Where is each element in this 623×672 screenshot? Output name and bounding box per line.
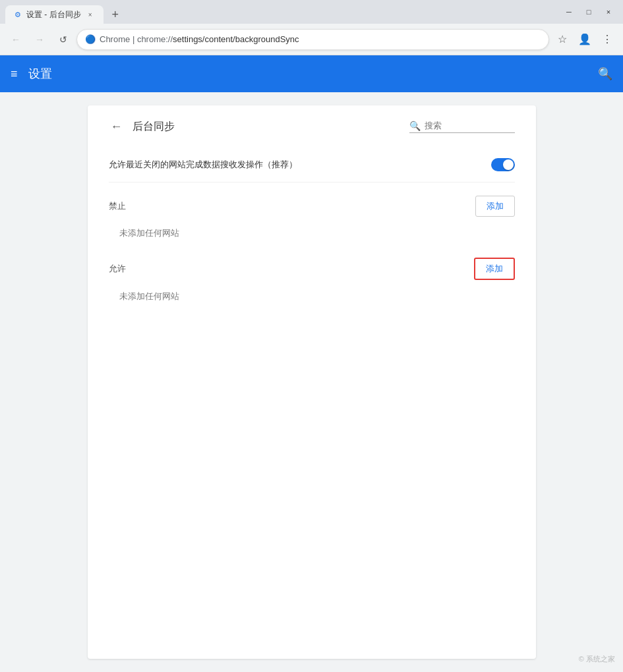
toggle-row: 允许最近关闭的网站完成数据搜收发操作（推荐） xyxy=(109,148,515,182)
settings-header: ≡ 设置 🔍 xyxy=(0,55,623,92)
allow-empty-text: 未添加任何网站 xyxy=(119,285,515,308)
block-section: 禁止 添加 未添加任何网站 xyxy=(109,196,515,244)
panel-search-input[interactable] xyxy=(425,121,504,130)
chrome-brand: Chrome xyxy=(100,34,130,44)
tab-strip: ⚙ 设置 - 后台同步 × + xyxy=(5,0,560,24)
tab-close-button[interactable]: × xyxy=(85,9,96,20)
minimize-button[interactable]: ─ xyxy=(560,5,578,19)
url-path: settings/content/backgroundSync xyxy=(173,34,299,44)
allow-section: 允许 添加 未添加任何网站 xyxy=(109,258,515,308)
toolbar-right: ☆ 👤 ⋮ xyxy=(552,29,618,50)
settings-title: 设置 xyxy=(28,66,52,82)
url-scheme: chrome:// xyxy=(137,34,173,44)
account-button[interactable]: 👤 xyxy=(574,29,595,50)
menu-button[interactable]: ⋮ xyxy=(597,29,618,50)
background-sync-toggle[interactable] xyxy=(491,158,515,171)
security-icon: 🔵 xyxy=(85,34,96,44)
allow-label: 允许 xyxy=(109,263,126,275)
tab-favicon-icon: ⚙ xyxy=(13,10,22,19)
reload-button[interactable]: ↺ xyxy=(53,29,74,50)
forward-button[interactable]: → xyxy=(29,29,50,50)
toggle-label: 允许最近关闭的网站完成数据搜收发操作（推荐） xyxy=(109,159,483,171)
panel-search-icon: 🔍 xyxy=(409,121,421,131)
active-tab[interactable]: ⚙ 设置 - 后台同步 × xyxy=(5,5,104,24)
settings-panel: ← 后台同步 🔍 允许最近关闭的网站完成数据搜收发操作（推荐） 禁止 添加 未添… xyxy=(88,105,536,659)
panel-search-box[interactable]: 🔍 xyxy=(409,121,515,133)
allow-add-button[interactable]: 添加 xyxy=(474,258,515,280)
panel-title: 后台同步 xyxy=(133,120,175,134)
block-section-header: 禁止 添加 xyxy=(109,196,515,217)
panel-back-button[interactable]: ← xyxy=(109,119,125,134)
back-button[interactable]: ← xyxy=(5,29,26,50)
watermark: © 系统之家 xyxy=(579,654,615,664)
omnibox-url: Chrome | chrome://settings/content/backg… xyxy=(100,34,541,44)
url-separator: | xyxy=(133,34,137,44)
hamburger-menu-icon[interactable]: ≡ xyxy=(11,67,18,81)
close-button[interactable]: × xyxy=(599,5,618,19)
maximize-button[interactable]: □ xyxy=(579,5,598,19)
panel-header: ← 后台同步 🔍 xyxy=(109,119,515,134)
tab-title: 设置 - 后台同步 xyxy=(26,9,81,20)
content-area: ← 后台同步 🔍 允许最近关闭的网站完成数据搜收发操作（推荐） 禁止 添加 未添… xyxy=(0,92,623,672)
settings-search-icon[interactable]: 🔍 xyxy=(598,67,612,81)
allow-section-header: 允许 添加 xyxy=(109,258,515,280)
block-add-button[interactable]: 添加 xyxy=(475,196,515,217)
title-bar: ⚙ 设置 - 后台同步 × + ─ □ × xyxy=(0,0,623,24)
address-bar: ← → ↺ 🔵 Chrome | chrome://settings/conte… xyxy=(0,24,623,55)
new-tab-button[interactable]: + xyxy=(106,5,125,24)
block-label: 禁止 xyxy=(109,200,126,212)
block-empty-text: 未添加任何网站 xyxy=(119,222,515,244)
window-controls: ─ □ × xyxy=(560,5,618,19)
address-omnibox[interactable]: 🔵 Chrome | chrome://settings/content/bac… xyxy=(76,29,549,50)
bookmark-button[interactable]: ☆ xyxy=(552,29,573,50)
